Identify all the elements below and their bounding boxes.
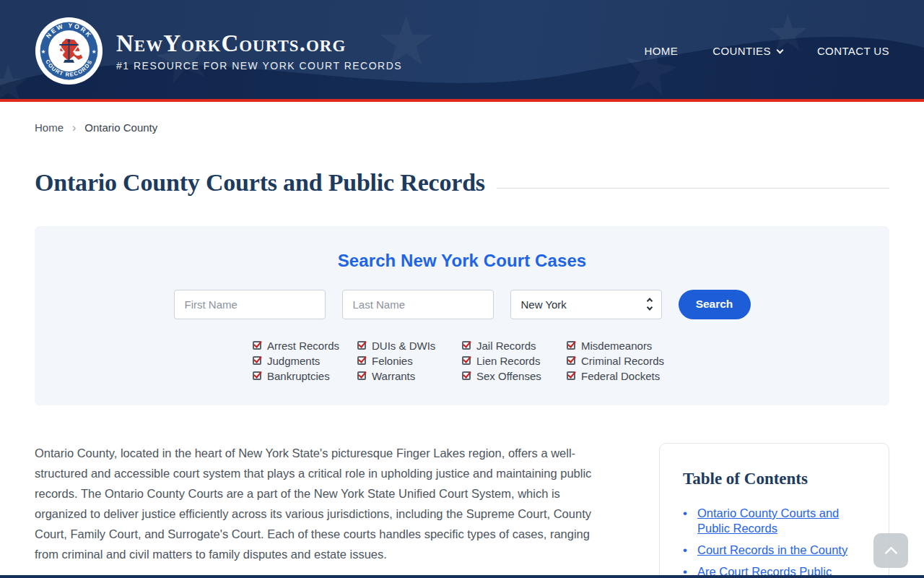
bullet-icon: •	[683, 506, 687, 521]
checkbox-checked-icon	[253, 356, 261, 365]
checkbox-checked-icon	[357, 356, 366, 365]
checkbox-bankruptcies[interactable]: Bankruptcies	[253, 370, 357, 382]
court-records-seal-icon: NEW YORK COURT RECORDS ★ ★	[35, 17, 103, 85]
checkbox-checked-icon	[357, 341, 366, 350]
nav-home-label: HOME	[645, 45, 679, 57]
svg-text:★: ★	[92, 48, 97, 55]
bullet-icon: •	[683, 543, 687, 558]
checkbox-checked-icon	[567, 371, 575, 380]
nav-counties-label: COUNTIES	[712, 45, 771, 57]
chevron-down-icon	[776, 46, 783, 53]
checkbox-checked-icon	[567, 356, 575, 365]
checkbox-checked-icon	[567, 341, 575, 350]
state-select-value: New York	[521, 298, 567, 311]
checkbox-label: Bankruptcies	[267, 370, 330, 382]
checkbox-misdemeanors[interactable]: Misdemeanors	[567, 340, 671, 352]
svg-text:★: ★	[41, 48, 46, 55]
page-title: Ontario County Courts and Public Records	[35, 170, 485, 196]
checkbox-label: DUIs & DWIs	[372, 340, 435, 352]
table-of-contents: Table of Contents • Ontario County Court…	[659, 443, 889, 578]
checkbox-sex-offenses[interactable]: Sex Offenses	[462, 370, 567, 382]
breadcrumb-home-link[interactable]: Home	[35, 121, 64, 134]
search-heading: Search New York Court Cases	[35, 251, 889, 271]
toc-item: • Court Records in the County	[683, 543, 866, 558]
record-type-checkboxes: Arrest Records Judgments Bankruptcies DU…	[35, 338, 889, 384]
checkbox-checked-icon	[462, 341, 471, 350]
toc-link-court-records[interactable]: Court Records in the County	[697, 543, 847, 556]
breadcrumb-current: Ontario County	[84, 121, 157, 134]
toc-item: • Ontario County Courts and Public Recor…	[683, 506, 866, 536]
checkbox-label: Misdemeanors	[581, 340, 652, 352]
checkbox-label: Criminal Records	[581, 355, 664, 367]
checkbox-felonies[interactable]: Felonies	[357, 355, 462, 367]
breadcrumb-separator: ›	[72, 122, 76, 134]
nav-home[interactable]: HOME	[645, 45, 679, 57]
scroll-to-top-button[interactable]	[873, 533, 908, 568]
svg-text:★: ★	[0, 54, 31, 102]
checkbox-label: Sex Offenses	[476, 370, 541, 382]
toc-title: Table of Contents	[683, 470, 866, 488]
checkbox-label: Jail Records	[476, 340, 536, 352]
title-divider	[497, 188, 889, 189]
next-section-band	[0, 575, 924, 578]
checkbox-duis-dwis[interactable]: DUIs & DWIs	[357, 340, 462, 352]
page: ★ ★ ★ ★ ★ NEW YO	[0, 0, 924, 578]
search-panel: Search New York Court Cases New York Sea…	[35, 226, 889, 405]
toc-link-county-courts[interactable]: Ontario County Courts and Public Records	[697, 506, 839, 535]
checkbox-warrants[interactable]: Warrants	[357, 370, 462, 382]
search-button[interactable]: Search	[679, 290, 751, 319]
breadcrumb: Home › Ontario County	[35, 121, 889, 134]
checkbox-judgments[interactable]: Judgments	[253, 355, 357, 367]
checkbox-arrest-records[interactable]: Arrest Records	[253, 340, 357, 352]
checkbox-lien-records[interactable]: Lien Records	[462, 355, 567, 367]
checkbox-label: Arrest Records	[267, 340, 339, 352]
checkbox-label: Warrants	[372, 370, 415, 382]
checkbox-criminal-records[interactable]: Criminal Records	[567, 355, 671, 367]
checkbox-label: Judgments	[267, 355, 320, 367]
checkbox-checked-icon	[253, 341, 261, 350]
nav-contact-us[interactable]: CONTACT US	[817, 45, 889, 57]
last-name-input[interactable]	[342, 290, 494, 319]
select-updown-icon	[648, 299, 652, 310]
checkbox-jail-records[interactable]: Jail Records	[462, 340, 567, 352]
intro-paragraph: Ontario County, located in the heart of …	[35, 443, 612, 564]
nav-counties[interactable]: COUNTIES	[712, 45, 783, 57]
toc-list: • Ontario County Courts and Public Recor…	[683, 506, 866, 578]
checkbox-checked-icon	[462, 371, 471, 380]
site-tagline: #1 RESOURCE FOR NEW YORK COURT RECORDS	[116, 60, 402, 72]
site-title: NewYorkCourts.org	[116, 30, 402, 56]
search-form: New York Search	[35, 290, 889, 319]
site-logo[interactable]: NEW YORK COURT RECORDS ★ ★	[35, 17, 402, 85]
nav-contact-label: CONTACT US	[817, 45, 889, 57]
first-name-input[interactable]	[174, 290, 326, 319]
checkbox-checked-icon	[253, 371, 261, 380]
checkbox-label: Federal Dockets	[581, 370, 660, 382]
chevron-up-icon	[884, 546, 897, 559]
state-select[interactable]: New York	[510, 290, 662, 319]
checkbox-label: Felonies	[372, 355, 413, 367]
checkbox-checked-icon	[462, 356, 471, 365]
checkbox-checked-icon	[357, 371, 366, 380]
site-header: ★ ★ ★ ★ ★ NEW YO	[0, 0, 924, 102]
checkbox-label: Lien Records	[476, 355, 540, 367]
checkbox-federal-dockets[interactable]: Federal Dockets	[567, 370, 671, 382]
main-nav: HOME COUNTIES CONTACT US	[645, 45, 889, 57]
